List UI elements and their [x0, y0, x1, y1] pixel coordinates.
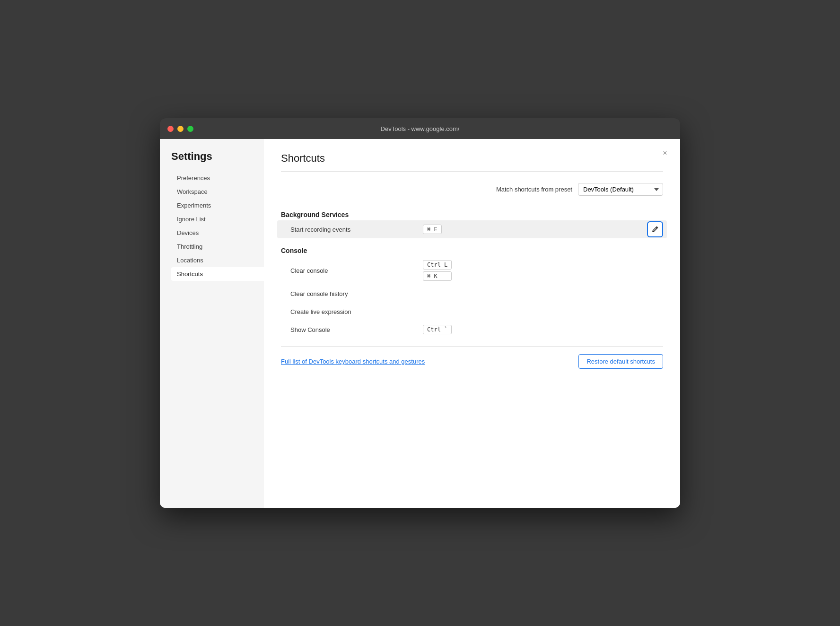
key-badge-ctrl-backtick: Ctrl `	[423, 325, 452, 334]
shortcut-keys-show-console: Ctrl `	[423, 325, 452, 334]
key-badge-cmd-e: ⌘ E	[423, 225, 442, 234]
shortcut-row-clear-console: Clear console Ctrl L ⌘ K	[281, 256, 663, 285]
bottom-divider	[281, 346, 663, 347]
close-traffic-light[interactable]	[167, 126, 174, 132]
maximize-traffic-light[interactable]	[187, 126, 193, 132]
shortcut-name-clear-console: Clear console	[290, 267, 423, 274]
shortcut-row-show-console: Show Console Ctrl `	[281, 321, 663, 339]
titlebar: DevTools - www.google.com/	[160, 118, 680, 139]
console-section: Console Clear console Ctrl L ⌘ K Clear c…	[281, 247, 663, 339]
close-button[interactable]: ×	[659, 148, 671, 159]
sidebar-item-preferences[interactable]: Preferences	[171, 171, 264, 185]
sidebar-heading: Settings	[171, 150, 264, 163]
preset-select[interactable]: DevTools (Default) Visual Studio Code	[578, 183, 663, 196]
restore-defaults-button[interactable]: Restore default shortcuts	[578, 354, 663, 369]
key-badge-ctrl-l: Ctrl L	[423, 260, 452, 270]
footer-row: Full list of DevTools keyboard shortcuts…	[281, 354, 663, 369]
background-services-section: Background Services Start recording even…	[281, 211, 663, 238]
preset-label: Match shortcuts from preset	[496, 186, 572, 193]
shortcut-row-create-live-expression: Create live expression	[281, 303, 663, 321]
main-panel: × Shortcuts Match shortcuts from preset …	[264, 139, 680, 508]
console-title: Console	[281, 247, 663, 254]
sidebar-item-shortcuts[interactable]: Shortcuts	[171, 267, 264, 281]
sidebar-item-devices[interactable]: Devices	[171, 226, 264, 240]
title-divider	[281, 171, 663, 172]
sidebar-item-experiments[interactable]: Experiments	[171, 199, 264, 212]
shortcut-row-start-recording: Start recording events ⌘ E	[277, 220, 667, 238]
sidebar: Settings Preferences Workspace Experimen…	[160, 139, 264, 508]
panel-title: Shortcuts	[281, 152, 663, 165]
preset-row: Match shortcuts from preset DevTools (De…	[281, 183, 663, 196]
background-services-title: Background Services	[281, 211, 663, 218]
sidebar-item-locations[interactable]: Locations	[171, 253, 264, 267]
shortcut-name-create-live-expression: Create live expression	[290, 308, 423, 315]
shortcut-name-start-recording: Start recording events	[290, 226, 423, 233]
full-list-link[interactable]: Full list of DevTools keyboard shortcuts…	[281, 358, 425, 365]
pencil-icon	[651, 226, 659, 233]
sidebar-item-throttling[interactable]: Throttling	[171, 240, 264, 253]
shortcut-name-show-console: Show Console	[290, 326, 423, 333]
edit-button-start-recording[interactable]	[647, 221, 663, 237]
shortcut-row-clear-console-history: Clear console history	[281, 285, 663, 303]
key-badge-cmd-k: ⌘ K	[423, 271, 452, 281]
traffic-lights	[167, 126, 193, 132]
window-title: DevTools - www.google.com/	[381, 125, 460, 132]
shortcut-keys-clear-console: Ctrl L ⌘ K	[423, 260, 452, 281]
content-area: Settings Preferences Workspace Experimen…	[160, 139, 680, 508]
devtools-window: DevTools - www.google.com/ Settings Pref…	[160, 118, 680, 508]
sidebar-item-workspace[interactable]: Workspace	[171, 185, 264, 199]
shortcut-name-clear-console-history: Clear console history	[290, 290, 423, 297]
minimize-traffic-light[interactable]	[177, 126, 184, 132]
sidebar-item-ignore-list[interactable]: Ignore List	[171, 212, 264, 226]
shortcut-keys-start-recording: ⌘ E	[423, 225, 442, 234]
